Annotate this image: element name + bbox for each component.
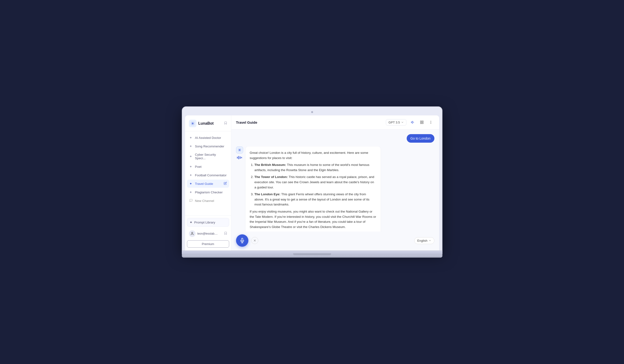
sidebar-item-plagiarism-checker[interactable]: ✦ Plagiarism Checker (187, 188, 229, 196)
svg-rect-7 (422, 123, 423, 124)
sidebar-item-label: AI Assisted Doctor (195, 136, 221, 140)
audio-bar-2 (238, 156, 239, 159)
user-avatar (189, 230, 196, 237)
svg-rect-6 (420, 123, 422, 124)
model-selector[interactable]: GPT 3.5 (386, 119, 406, 126)
user-section: leon@lesslab.... (187, 229, 229, 238)
sidebar-header: LunaBot (185, 115, 231, 131)
sidebar-item-label: Song Recommender (195, 145, 224, 148)
laptop-container: LunaBot ✦ AI Assisted Doctor ✦ Song Reco… (182, 106, 442, 258)
main-content: Travel Guide GPT 3.5 (231, 115, 439, 251)
app-container: LunaBot ✦ AI Assisted Doctor ✦ Song Reco… (185, 115, 439, 251)
audio-bar-1 (237, 157, 238, 158)
chat-messages: Go to London (231, 130, 439, 232)
sparkle-icon: ✦ (189, 144, 193, 148)
app-logo (189, 120, 196, 127)
bookmark-icon[interactable] (224, 121, 227, 126)
screen-notch (185, 110, 439, 114)
list-item-1-title: The British Museum: (255, 163, 287, 167)
sparkle-icon: ✦ (189, 165, 193, 168)
sidebar-item-label: New Channel (195, 199, 214, 203)
sidebar-item-cyber-security[interactable]: ✦ Cyber Security Speci... (187, 151, 229, 162)
chat-header: Travel Guide GPT 3.5 (231, 115, 439, 130)
assistant-avatar (236, 146, 243, 154)
prompt-library-label: Prompt Library (194, 221, 215, 224)
premium-button[interactable]: Premium (187, 240, 229, 248)
svg-rect-4 (420, 121, 422, 122)
assistant-list: The British Museum: This museum is home … (250, 162, 376, 207)
sidebar-item-football-commentator[interactable]: ✦ Football Commentator (187, 171, 229, 179)
notch-dot (311, 111, 313, 113)
header-actions (409, 119, 434, 126)
laptop-base (182, 251, 442, 255)
laptop-screen: LunaBot ✦ AI Assisted Doctor ✦ Song Reco… (182, 106, 442, 251)
svg-point-8 (431, 121, 431, 121)
sparkle-icon: ✦ (189, 136, 193, 140)
chevron-down-icon (401, 121, 404, 124)
sidebar-item-label: Plagiarism Checker (195, 190, 223, 194)
user-message: Go to London (407, 134, 434, 143)
sidebar-bottom: ✦ Prompt Library leon@lesslab.... Premiu… (185, 215, 231, 251)
user-message-wrapper: Go to London (236, 134, 434, 143)
assistant-message-wrapper: Great choice! London is a city full of h… (236, 146, 434, 232)
assistant-intro: Great choice! London is a city full of h… (250, 150, 376, 160)
sidebar: LunaBot ✦ AI Assisted Doctor ✦ Song Reco… (185, 115, 231, 251)
close-button[interactable] (251, 237, 258, 244)
list-item-2-title: The Tower of London: (255, 175, 289, 179)
sidebar-item-ai-doctor[interactable]: ✦ AI Assisted Doctor (187, 134, 229, 142)
chat-title: Travel Guide (236, 120, 386, 124)
audio-bar-3 (240, 156, 240, 159)
app-title: LunaBot (198, 121, 214, 126)
svg-point-1 (192, 123, 193, 124)
chevron-down-icon (428, 239, 431, 242)
list-item-3-title: The London Eye: (255, 192, 281, 196)
language-selector[interactable]: English (414, 237, 434, 244)
comment-icon (189, 199, 193, 203)
sparkle-icon: ✦ (189, 155, 193, 158)
laptop-stand (182, 255, 442, 258)
prompt-library-icon: ✦ (190, 220, 192, 224)
edit-icon[interactable] (224, 182, 227, 185)
sidebar-item-label: Football Commentator (195, 174, 227, 177)
sparkle-icon: ✦ (189, 190, 193, 194)
list-item-3: The London Eye: This giant Ferris wheel … (255, 192, 376, 207)
sidebar-item-label: Travel Guide (195, 182, 213, 185)
sidebar-nav: ✦ AI Assisted Doctor ✦ Song Recommender … (185, 131, 231, 215)
audio-bar-4 (241, 157, 242, 158)
model-label: GPT 3.5 (389, 121, 400, 124)
prompt-library-button[interactable]: ✦ Prompt Library (187, 218, 229, 227)
svg-point-2 (191, 232, 193, 234)
grid-button[interactable] (418, 119, 425, 126)
sidebar-item-song-recommender[interactable]: ✦ Song Recommender (187, 142, 229, 150)
sidebar-item-label: Cyber Security Speci... (195, 153, 227, 160)
svg-marker-3 (411, 121, 413, 123)
user-email: leon@lesslab.... (197, 232, 222, 235)
assistant-bubble: Great choice! London is a city full of h… (246, 146, 381, 232)
more-options-button[interactable] (427, 119, 434, 126)
user-settings-icon[interactable] (224, 232, 227, 236)
chat-input-area: English (231, 232, 439, 251)
svg-point-9 (431, 122, 431, 122)
mic-button[interactable] (236, 234, 248, 247)
list-item-2: The Tower of London: This historic castl… (255, 174, 376, 190)
sidebar-item-new-channel[interactable]: New Channel (187, 197, 229, 205)
sparkle-icon-active: ✦ (189, 182, 193, 185)
language-label: English (417, 239, 428, 242)
audio-button[interactable] (409, 119, 416, 126)
sidebar-item-label: Poet (195, 165, 202, 168)
list-item-1: The British Museum: This museum is home … (255, 162, 376, 173)
sidebar-item-travel-guide[interactable]: ✦ Travel Guide (187, 180, 229, 188)
audio-indicator (237, 156, 242, 159)
sidebar-item-poet[interactable]: ✦ Poet (187, 163, 229, 171)
sparkle-icon: ✦ (189, 173, 193, 177)
svg-rect-5 (422, 121, 423, 122)
svg-point-10 (431, 123, 431, 124)
assistant-followup: If you enjoy visiting museums, you might… (250, 209, 376, 229)
